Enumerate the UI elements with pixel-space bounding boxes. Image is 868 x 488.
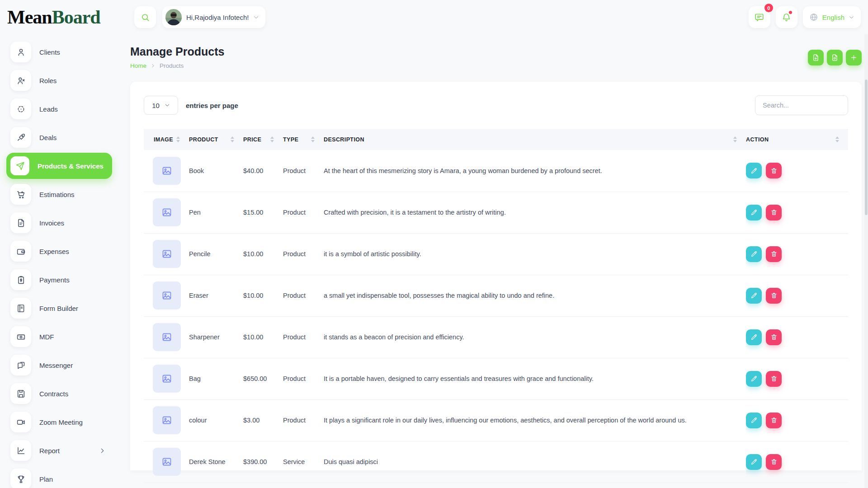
pencil-icon xyxy=(750,167,758,174)
action-cell xyxy=(746,441,848,483)
search-button[interactable] xyxy=(134,6,156,28)
edit-button[interactable] xyxy=(746,329,762,345)
sidebar-item-payments[interactable]: Payments xyxy=(6,269,112,291)
product-image-thumbnail[interactable] xyxy=(153,240,181,268)
sidebar-item-roles[interactable]: Roles xyxy=(6,70,112,91)
product-image-thumbnail[interactable] xyxy=(153,282,181,310)
type-cell: Product xyxy=(283,358,324,399)
breadcrumb: Home Products xyxy=(130,62,224,69)
sort-carets-icon[interactable] xyxy=(835,136,839,142)
sort-carets-icon[interactable] xyxy=(311,136,315,142)
chevron-down-icon xyxy=(253,14,259,20)
action-cell xyxy=(746,233,848,275)
delete-button[interactable] xyxy=(766,246,782,262)
sidebar-item-deals[interactable]: Deals xyxy=(6,127,112,148)
table-row: colour$3.00ProductIt plays a significant… xyxy=(144,399,848,441)
language-selector[interactable]: English xyxy=(803,6,861,28)
sidebar-item-form-builder[interactable]: Form Builder xyxy=(6,297,112,319)
product-image-thumbnail[interactable] xyxy=(153,365,181,393)
sidebar-item-label: Expenses xyxy=(39,248,69,255)
edit-button[interactable] xyxy=(746,413,762,428)
delete-button[interactable] xyxy=(766,371,782,387)
delete-button[interactable] xyxy=(766,288,782,304)
edit-button[interactable] xyxy=(746,246,762,262)
price-cell: $10.00 xyxy=(243,275,283,316)
column-header-description[interactable]: DESCRIPTION xyxy=(324,129,746,150)
sort-carets-icon[interactable] xyxy=(231,136,234,142)
trash-icon xyxy=(770,250,778,258)
delete-button[interactable] xyxy=(766,454,782,470)
edit-button[interactable] xyxy=(746,205,762,221)
sidebar-nav: ClientsRolesLeadsDealsProducts & Service… xyxy=(6,41,129,488)
edit-button[interactable] xyxy=(746,371,762,387)
messages-button[interactable]: 0 xyxy=(749,6,770,28)
column-header-product[interactable]: PRODUCT xyxy=(189,129,243,150)
sort-carets-icon[interactable] xyxy=(733,136,737,142)
sidebar-item-label: Form Builder xyxy=(39,305,78,312)
sidebar-item-estimations[interactable]: Estimations xyxy=(6,183,112,205)
description-cell: At the heart of this mesmerizing story i… xyxy=(324,150,746,192)
column-header-price[interactable]: PRICE xyxy=(243,129,283,150)
image-icon xyxy=(161,249,172,259)
column-header-type[interactable]: TYPE xyxy=(283,129,324,150)
edit-button[interactable] xyxy=(746,163,762,178)
product-image-thumbnail[interactable] xyxy=(153,157,181,185)
price-cell: $15.00 xyxy=(243,192,283,233)
sort-carets-icon[interactable] xyxy=(270,136,274,142)
pencil-icon xyxy=(750,417,758,424)
column-header-image[interactable]: IMAGE xyxy=(144,129,189,150)
rocket-icon xyxy=(10,127,31,148)
type-cell: Product xyxy=(283,150,324,192)
sidebar-item-clients[interactable]: Clients xyxy=(6,41,112,63)
sidebar-item-mdf[interactable]: MDF xyxy=(6,326,112,347)
sidebar-item-products-services[interactable]: Products & Services xyxy=(6,153,112,179)
breadcrumb-home-link[interactable]: Home xyxy=(130,62,146,69)
table-row: Sharpener$10.00Productit stands as a bea… xyxy=(144,316,848,358)
column-header-action[interactable]: ACTION xyxy=(746,129,848,150)
scrollbar-thumb[interactable] xyxy=(865,80,868,215)
delete-button[interactable] xyxy=(766,413,782,428)
entries-value: 10 xyxy=(152,102,160,109)
clipboard-dollar-icon xyxy=(10,269,31,290)
delete-button[interactable] xyxy=(766,205,782,221)
sidebar-item-report[interactable]: Report xyxy=(6,440,112,461)
user-menu[interactable]: Hi,Rajodiya Infotech! xyxy=(162,6,265,28)
add-product-button[interactable] xyxy=(846,50,862,66)
notifications-button[interactable] xyxy=(776,6,797,28)
sidebar-item-label: Plan xyxy=(39,475,53,483)
pencil-icon xyxy=(750,458,758,465)
sidebar-item-label: Roles xyxy=(39,77,57,84)
product-image-thumbnail[interactable] xyxy=(153,323,181,351)
sidebar-item-expenses[interactable]: Expenses xyxy=(6,240,112,262)
sidebar-item-leads[interactable]: Leads xyxy=(6,98,112,120)
app-logo[interactable]: MeanBoard xyxy=(0,8,129,27)
sidebar-item-messenger[interactable]: Messenger xyxy=(6,354,112,376)
entries-per-page-select[interactable]: 10 xyxy=(144,96,178,115)
file-export-button[interactable] xyxy=(808,50,824,66)
sidebar-item-zoom-meeting[interactable]: Zoom Meeting xyxy=(6,411,112,433)
delete-button[interactable] xyxy=(766,329,782,345)
sidebar-item-contracts[interactable]: Contracts xyxy=(6,383,112,404)
price-cell: $10.00 xyxy=(243,316,283,358)
file-button[interactable] xyxy=(827,50,843,66)
sidebar-item-invoices[interactable]: Invoices xyxy=(6,212,112,234)
image-cell xyxy=(144,399,189,441)
product-image-thumbnail[interactable] xyxy=(153,406,181,434)
user-x-icon xyxy=(10,70,31,91)
column-header-label: TYPE xyxy=(283,136,298,143)
sidebar-item-label: Payments xyxy=(39,276,70,284)
product-image-thumbnail[interactable] xyxy=(153,448,181,476)
sort-carets-icon[interactable] xyxy=(176,136,180,142)
edit-button[interactable] xyxy=(746,454,762,470)
page-scrollbar[interactable] xyxy=(864,34,868,488)
product-name-cell: Eraser xyxy=(189,275,243,316)
delete-button[interactable] xyxy=(766,163,782,178)
file-text-icon xyxy=(10,212,31,233)
sidebar-item-label: Invoices xyxy=(39,219,64,227)
product-image-thumbnail[interactable] xyxy=(153,198,181,226)
image-icon xyxy=(161,415,172,426)
edit-button[interactable] xyxy=(746,288,762,304)
table-search-input[interactable] xyxy=(755,95,848,115)
image-cell xyxy=(144,316,189,358)
sidebar-item-plan[interactable]: Plan xyxy=(6,468,112,488)
